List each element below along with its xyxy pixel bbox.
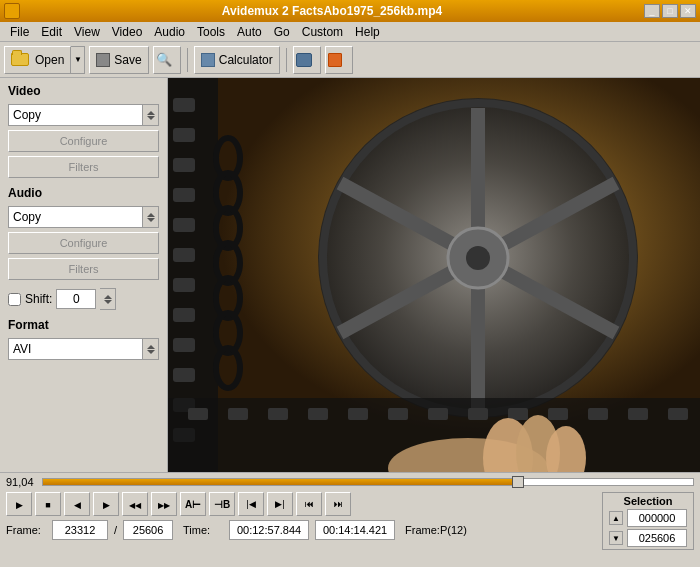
format-up[interactable] — [147, 345, 155, 349]
selection-title: Selection — [609, 495, 687, 507]
open-button[interactable]: Open — [4, 46, 71, 74]
shift-down[interactable] — [104, 300, 112, 304]
svg-rect-6 — [173, 218, 195, 232]
progress-thumb — [512, 476, 524, 488]
menu-video[interactable]: Video — [106, 23, 148, 41]
end-time-input[interactable] — [315, 520, 395, 540]
menu-audio[interactable]: Audio — [148, 23, 191, 41]
calculator-icon — [201, 53, 215, 67]
go-end-button[interactable]: ▶| — [267, 492, 293, 516]
svg-rect-10 — [173, 338, 195, 352]
audio-filters-button[interactable]: Filters — [8, 258, 159, 280]
minimize-button[interactable]: _ — [644, 4, 660, 18]
format-select[interactable]: AVI — [8, 338, 143, 360]
selection-start-up[interactable]: ▲ — [609, 511, 623, 525]
selection-end-down[interactable]: ▼ — [609, 531, 623, 545]
frame-input[interactable] — [52, 520, 108, 540]
svg-rect-31 — [428, 408, 448, 420]
mark-b-button[interactable]: ⊣B — [209, 492, 235, 516]
shift-checkbox[interactable] — [8, 293, 21, 306]
play-button[interactable] — [6, 492, 32, 516]
svg-rect-34 — [548, 408, 568, 420]
maximize-button[interactable]: □ — [662, 4, 678, 18]
selection-start-input[interactable] — [627, 509, 687, 527]
progress-label: 91,04 — [6, 476, 38, 488]
video-codec-select[interactable]: Copy — [8, 104, 143, 126]
video-codec-down[interactable] — [147, 116, 155, 120]
video-filters-button[interactable]: Filters — [8, 156, 159, 178]
snapshot2-button[interactable] — [325, 46, 353, 74]
prev-keyframe-icon: ⏮ — [305, 499, 314, 509]
menu-help[interactable]: Help — [349, 23, 386, 41]
title-bar: Avidemux 2 FactsAbo1975_256kb.mp4 _ □ ✕ — [0, 0, 700, 22]
open-dropdown-arrow[interactable]: ▼ — [71, 46, 85, 74]
progress-row: 91,04 — [6, 476, 694, 488]
snapshot-button[interactable] — [293, 46, 321, 74]
shift-row: Shift: — [8, 288, 159, 310]
shift-label: Shift: — [25, 292, 52, 306]
audio-configure-button[interactable]: Configure — [8, 232, 159, 254]
toolbar-separator — [187, 48, 188, 72]
svg-rect-33 — [508, 408, 528, 420]
stop-icon — [45, 499, 50, 510]
next-frame-button[interactable] — [93, 492, 119, 516]
progress-track[interactable] — [42, 478, 694, 486]
audio-codec-select[interactable]: Copy — [8, 206, 143, 228]
svg-rect-32 — [468, 408, 488, 420]
video-configure-button[interactable]: Configure — [8, 130, 159, 152]
menu-auto[interactable]: Auto — [231, 23, 268, 41]
menu-file[interactable]: File — [4, 23, 35, 41]
mark-b-icon: ⊣B — [214, 499, 230, 510]
fastforward-button[interactable] — [151, 492, 177, 516]
snapshot2-icon — [328, 53, 342, 67]
total-frames-separator: / — [114, 524, 117, 536]
prev-frame-button[interactable] — [64, 492, 90, 516]
save-button[interactable]: Save — [89, 46, 148, 74]
transport-selection-row: A⊢ ⊣B |◀ ▶| ⏮ ⏭ Frame — [6, 492, 694, 550]
time-input[interactable] — [229, 520, 309, 540]
audio-codec-up[interactable] — [147, 213, 155, 217]
svg-rect-37 — [668, 408, 688, 420]
format-spinner — [143, 338, 159, 360]
format-row: AVI — [8, 338, 159, 360]
main-area: Video Copy Configure Filters Audio Copy … — [0, 78, 700, 472]
next-keyframe-button[interactable]: ⏭ — [325, 492, 351, 516]
properties-button[interactable]: 🔍 — [153, 46, 181, 74]
total-frames-input[interactable] — [123, 520, 173, 540]
progress-fill — [43, 479, 518, 485]
calculator-button[interactable]: Calculator — [194, 46, 280, 74]
shift-up[interactable] — [104, 295, 112, 299]
film-svg — [168, 78, 700, 472]
rewind-icon — [129, 499, 141, 510]
menu-go[interactable]: Go — [268, 23, 296, 41]
format-down[interactable] — [147, 350, 155, 354]
audio-codec-down[interactable] — [147, 218, 155, 222]
svg-rect-7 — [173, 248, 195, 262]
svg-rect-28 — [308, 408, 328, 420]
mark-a-button[interactable]: A⊢ — [180, 492, 206, 516]
svg-rect-4 — [173, 158, 195, 172]
svg-rect-30 — [388, 408, 408, 420]
selection-end-input[interactable] — [627, 529, 687, 547]
svg-rect-36 — [628, 408, 648, 420]
window-controls: _ □ ✕ — [644, 4, 696, 18]
close-button[interactable]: ✕ — [680, 4, 696, 18]
format-section-label: Format — [8, 318, 159, 332]
video-codec-up[interactable] — [147, 111, 155, 115]
audio-section-label: Audio — [8, 186, 159, 200]
go-begin-icon: |◀ — [246, 499, 255, 509]
menu-tools[interactable]: Tools — [191, 23, 231, 41]
selection-box: Selection ▲ ▼ — [602, 492, 694, 550]
stop-button[interactable] — [35, 492, 61, 516]
menu-custom[interactable]: Custom — [296, 23, 349, 41]
left-panel: Video Copy Configure Filters Audio Copy … — [0, 78, 168, 472]
shift-input[interactable] — [56, 289, 96, 309]
menu-edit[interactable]: Edit — [35, 23, 68, 41]
fastforward-icon — [158, 499, 170, 510]
transport-area: A⊢ ⊣B |◀ ▶| ⏮ ⏭ Frame — [6, 492, 598, 540]
go-begin-button[interactable]: |◀ — [238, 492, 264, 516]
rewind-button[interactable] — [122, 492, 148, 516]
menu-view[interactable]: View — [68, 23, 106, 41]
prev-keyframe-button[interactable]: ⏮ — [296, 492, 322, 516]
svg-rect-9 — [173, 308, 195, 322]
